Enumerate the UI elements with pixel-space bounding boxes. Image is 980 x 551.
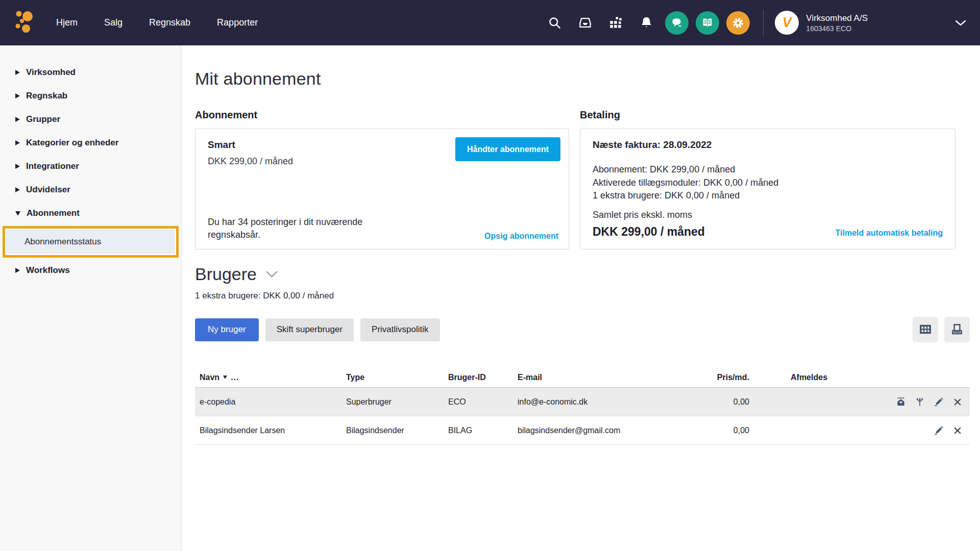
payment-line: Abonnement: DKK 299,00 / måned	[593, 163, 943, 177]
delete-icon[interactable]	[952, 397, 963, 407]
payment-heading: Betaling	[580, 109, 955, 121]
users-collapse-chevron-icon[interactable]	[265, 270, 279, 279]
column-header-email: E-mail	[513, 373, 687, 382]
sidebar-item-integrationer[interactable]: Integrationer	[0, 155, 181, 178]
chat-icon[interactable]	[665, 11, 689, 35]
cell-user-id: ECO	[444, 397, 513, 407]
cell-price: 0,00	[687, 397, 749, 407]
cell-user-id: BILAG	[444, 426, 513, 435]
column-header-pris: Pris/md.	[687, 373, 749, 382]
sidebar-item-kategorier-og-enheder[interactable]: Kategorier og enheder	[0, 131, 181, 155]
sidebar-item-label: Abonnement	[27, 208, 80, 218]
chevron-down-icon[interactable]	[954, 19, 967, 27]
navbar-right: V Virksomhed A/S 1603463 ECO	[535, 10, 967, 36]
sidebar-item-workflows[interactable]: Workflows	[0, 259, 181, 282]
main-menu: Hjem Salg Regnskab Rapporter	[56, 17, 258, 28]
collapsed-arrow-icon	[15, 70, 20, 75]
page-title: Mit abonnement	[195, 69, 970, 89]
sidebar-item-udvidelser[interactable]: Udvidelser	[0, 178, 181, 202]
annotation-highlight: Abonnementsstatus	[3, 226, 179, 258]
sidebar-item-label: Kategorier og enheder	[26, 138, 118, 148]
subscription-heading: Abonnement	[195, 109, 569, 121]
gear-icon[interactable]	[726, 11, 750, 35]
payment-line: Aktiverede tillægsmoduler: DKK 0,00 / må…	[593, 177, 943, 190]
cell-type: Superbruger	[341, 397, 444, 407]
nav-item-regnskab[interactable]: Regnskab	[149, 17, 190, 28]
column-header-type: Type	[341, 373, 444, 382]
sidebar-item-label: Workflows	[26, 265, 70, 276]
postings-note: Du har 34 posteringer i dit nuværende re…	[208, 216, 384, 241]
apps-icon[interactable]	[604, 11, 627, 35]
page: Hjem Salg Regnskab Rapporter	[0, 0, 980, 551]
sidebar-item-label: Grupper	[26, 114, 60, 124]
total-value: DKK 299,00 / måned	[593, 225, 705, 239]
delete-icon[interactable]	[952, 425, 963, 436]
top-navbar: Hjem Salg Regnskab Rapporter	[0, 0, 980, 45]
payment-line: 1 ekstra brugere: DKK 0,00 / måned	[593, 189, 943, 203]
table-row: Bilagsindsender Larsen Bilagsindsender B…	[195, 416, 970, 445]
nav-item-salg[interactable]: Salg	[104, 17, 122, 28]
cancel-subscription-link[interactable]: Opsig abonnement	[484, 232, 558, 241]
e-conomic-logo-icon[interactable]	[13, 9, 36, 37]
cell-price: 0,00	[687, 426, 749, 435]
sidebar-item-regnskab[interactable]: Regnskab	[0, 84, 181, 108]
collapsed-arrow-icon	[15, 117, 20, 122]
sidebar-item-label: Udvidelser	[26, 185, 70, 195]
subscription-card: Smart DKK 299,00 / måned Håndter abonnem…	[195, 129, 569, 249]
collapsed-arrow-icon	[15, 93, 20, 98]
users-heading: Brugere	[195, 264, 257, 284]
print-button[interactable]	[944, 317, 970, 342]
expanded-arrow-icon	[15, 211, 20, 216]
account-switcher[interactable]: V Virksomhed A/S 1603463 ECO	[775, 11, 967, 35]
users-subtitle: 1 ekstra brugere: DKK 0,00 / måned	[195, 291, 970, 301]
column-header-afmeldes: Afmeldes	[749, 373, 851, 382]
sidebar-item-grupper[interactable]: Grupper	[0, 108, 181, 131]
sidebar-item-label: Integrationer	[26, 161, 79, 171]
navbar-divider	[763, 10, 764, 36]
cell-email: info@e-conomic.dk	[513, 397, 687, 407]
sidebar-item-label: Abonnementsstatus	[24, 237, 101, 247]
home-icon[interactable]	[896, 397, 906, 407]
users-table: Navn ... Type Bruger-ID E-mail Pris/md. …	[195, 367, 970, 445]
table-row: e-copedia Superbruger ECO info@e-conomic…	[195, 388, 970, 416]
autopay-link[interactable]: Tilmeld automatisk betaling	[836, 229, 943, 238]
edit-icon[interactable]	[934, 397, 944, 407]
payment-card: Næste faktura: 28.09.2022 Abonnement: DK…	[580, 129, 955, 249]
main-content: Mit abonnement Abonnement Smart DKK 299,…	[182, 45, 980, 551]
total-label: Samlet pris ekskl. moms	[593, 210, 943, 220]
company-avatar: V	[775, 11, 799, 35]
cell-name: Bilagsindsender Larsen	[195, 426, 341, 435]
sidebar-item-virksomhed[interactable]: Virksomhed	[0, 61, 181, 84]
company-id: 1603463 ECO	[806, 24, 868, 33]
company-info: Virksomhed A/S 1603463 ECO	[806, 13, 868, 32]
sidebar: Virksomhed Regnskab Grupper Kategorier o…	[0, 45, 182, 551]
switch-superuser-button[interactable]: Skift superbruger	[265, 318, 354, 341]
sidebar-item-label: Virksomhed	[26, 67, 76, 78]
sort-desc-icon	[223, 375, 227, 379]
subscription-section: Abonnement Smart DKK 299,00 / måned Hånd…	[195, 109, 569, 249]
new-user-button[interactable]: Ny bruger	[195, 318, 259, 341]
column-options-dots[interactable]: ...	[231, 373, 239, 382]
edit-icon[interactable]	[934, 425, 944, 436]
nav-item-hjem[interactable]: Hjem	[56, 17, 78, 28]
column-header-navn[interactable]: Navn ...	[195, 373, 341, 382]
cell-type: Bilagsindsender	[341, 426, 444, 435]
collapsed-arrow-icon	[15, 187, 20, 192]
table-view-button[interactable]	[913, 317, 938, 342]
sidebar-item-abonnementsstatus[interactable]: Abonnementsstatus	[6, 230, 175, 254]
branch-icon[interactable]	[915, 397, 925, 407]
sidebar-item-abonnement[interactable]: Abonnement	[0, 202, 181, 225]
inbox-icon[interactable]	[573, 11, 597, 35]
privacy-policy-button[interactable]: Privatlivspolitik	[360, 318, 439, 341]
collapsed-arrow-icon	[15, 140, 20, 145]
next-invoice: Næste faktura: 28.09.2022	[593, 139, 943, 151]
collapsed-arrow-icon	[15, 268, 20, 273]
book-icon[interactable]	[696, 11, 719, 35]
table-icon	[919, 323, 932, 336]
bell-icon[interactable]	[634, 11, 658, 35]
manage-subscription-button[interactable]: Håndter abonnement	[455, 137, 560, 161]
payment-section: Betaling Næste faktura: 28.09.2022 Abonn…	[580, 109, 955, 249]
collapsed-arrow-icon	[15, 164, 20, 169]
nav-item-rapporter[interactable]: Rapporter	[217, 17, 258, 28]
search-icon[interactable]	[543, 11, 566, 35]
